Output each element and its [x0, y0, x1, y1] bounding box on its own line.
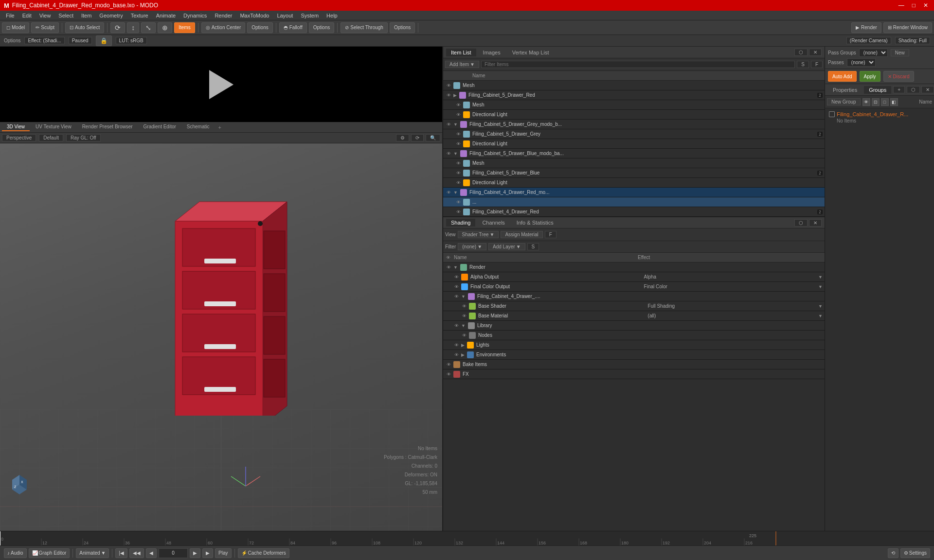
menu-render[interactable]: Render	[211, 11, 236, 20]
prev-keyframe-btn[interactable]: ◀	[146, 548, 157, 558]
color-dropdown[interactable]: ▼	[818, 284, 823, 289]
vis-btn-fc5-blue-light[interactable]: 👁	[455, 179, 462, 186]
vis-btn-fc5-red-light[interactable]: 👁	[455, 111, 462, 118]
vis-btn-fc4-group[interactable]: 👁	[453, 293, 460, 300]
groups-icon-4[interactable]: ◧	[890, 98, 898, 106]
vis-btn-env[interactable]: 👁	[453, 351, 460, 358]
cabinet-3d[interactable]	[151, 182, 297, 417]
discard-btn[interactable]: ✕ Discard	[883, 71, 914, 82]
vis-btn-fc4-red-mesh2[interactable]: 👁	[455, 209, 462, 215]
apply-btn[interactable]: Apply	[860, 71, 880, 82]
transform-btn-2[interactable]: ↕	[127, 22, 139, 33]
tab-vertex-map-list[interactable]: Vertex Map List	[507, 49, 554, 56]
item-row-fc5-blue[interactable]: 👁 ▼ Filing_Cabinet_5_Drawer_Blue_modo_ba…	[443, 149, 825, 158]
shade-row-alpha[interactable]: 👁 Alpha Output Alpha ▼	[443, 272, 825, 282]
groups-expand-btn[interactable]: ⬡	[907, 86, 920, 93]
perspective-btn[interactable]: Perspective	[2, 134, 36, 141]
expand-env[interactable]: ▶	[461, 352, 465, 357]
shading-f-btn[interactable]: F	[545, 231, 557, 238]
menu-dynamics[interactable]: Dynamics	[180, 11, 211, 20]
play-label-btn[interactable]: Play	[215, 548, 231, 558]
new-group-btn[interactable]: New Group	[827, 98, 861, 105]
expand-fc5-grey[interactable]: ▼	[453, 122, 458, 127]
model-btn[interactable]: ◻ Model	[2, 22, 29, 33]
play-btn[interactable]: ▶	[202, 548, 213, 558]
menu-item[interactable]: Item	[77, 11, 95, 20]
shading-s-btn[interactable]: S	[527, 243, 539, 250]
shade-row-render[interactable]: 👁 ▼ Render	[443, 262, 825, 272]
tab-channels[interactable]: Channels	[477, 219, 509, 227]
settings-btn[interactable]: ⚙ Settings	[900, 548, 930, 558]
timeline-ruler[interactable]: 0 12 24 36 48 60 72 84 96 108	[0, 531, 934, 545]
shade-row-library[interactable]: 👁 ▼ Library	[443, 321, 825, 331]
expand-fc4-red[interactable]: ▼	[453, 190, 458, 195]
shade-row-lights[interactable]: 👁 ▶ Lights	[443, 340, 825, 350]
add-tab-btn[interactable]: +	[216, 123, 224, 131]
vis-btn-bake[interactable]: 👁	[445, 361, 452, 368]
tab-3d-view[interactable]: 3D View	[2, 123, 30, 131]
vis-btn-fc5-grey-mesh[interactable]: 👁	[455, 131, 462, 138]
expand-lights[interactable]: ▶	[461, 343, 465, 348]
tab-shading[interactable]: Shading	[446, 219, 475, 227]
groups-icon-1[interactable]: 👁	[862, 98, 870, 106]
effect-value[interactable]: Effect: (Shadi...	[24, 37, 64, 44]
menu-geometry[interactable]: Geometry	[95, 11, 126, 20]
minimize-btn[interactable]: —	[897, 2, 906, 9]
groups-content[interactable]: Filing_Cabinet_4_Drawer_R... No Items	[825, 108, 934, 531]
item-row-fc5-grey-mesh[interactable]: 👁 Filing_Cabinet_5_Drawer_Grey 2	[443, 129, 825, 139]
vis-btn-fc5-blue-mesh2[interactable]: 👁	[455, 170, 462, 176]
menu-view[interactable]: View	[36, 11, 55, 20]
lut-value[interactable]: LUT: sRGB	[116, 37, 147, 44]
vis-btn-fc5-blue-mesh[interactable]: 👁	[455, 160, 462, 167]
select-through-btn[interactable]: ⊘ Select Through	[341, 22, 388, 33]
vis-btn-fc4-red[interactable]: 👁	[445, 189, 452, 196]
tab-item-list[interactable]: Item List	[446, 49, 476, 56]
groups-icon-2[interactable]: ⊡	[872, 98, 880, 106]
animated-btn[interactable]: Animated ▼	[76, 548, 109, 558]
transform-btn-1[interactable]: ⟳	[110, 22, 125, 33]
item-row-fc5-red-light[interactable]: 👁 Directional Light	[443, 110, 825, 120]
pass-groups-select[interactable]: (none)	[859, 49, 888, 57]
menu-file[interactable]: File	[2, 11, 18, 20]
tab-schematic[interactable]: Schematic	[182, 123, 215, 131]
expand-render[interactable]: ▼	[453, 265, 458, 270]
item-list-content[interactable]: 👁 Mesh 👁 ▶ Filing_Cabinet_5_Drawer_Red 2…	[443, 81, 825, 217]
shade-row-fx[interactable]: 👁 FX	[443, 369, 825, 379]
shader-tree-btn[interactable]: Shader Tree ▼	[458, 231, 499, 238]
options-btn-3[interactable]: Options	[390, 22, 415, 33]
vis-btn-fc5-red[interactable]: 👁	[445, 92, 452, 99]
frame-input[interactable]	[159, 548, 188, 558]
cache-deformers-btn[interactable]: ⚡ Cache Deformers	[238, 548, 289, 558]
shade-row-color[interactable]: 👁 Final Color Output Final Color ▼	[443, 282, 825, 292]
shading-expand-btn[interactable]: ⬡	[794, 219, 808, 227]
expand-fc4-group[interactable]: ▼	[461, 294, 466, 299]
lock-btn[interactable]: 🔒	[96, 35, 112, 46]
expand-fc5-red[interactable]: ▶	[453, 93, 457, 98]
new-pass-group-btn[interactable]: New	[891, 49, 909, 56]
vis-btn-fc5-grey[interactable]: 👁	[445, 121, 452, 128]
action-center-btn[interactable]: ◎ Action Center	[201, 22, 246, 33]
shading-close-btn[interactable]: ✕	[809, 219, 822, 227]
paused-value[interactable]: Paused	[69, 37, 92, 44]
tab-gradient-editor[interactable]: Gradient Editor	[139, 123, 181, 131]
falloff-btn[interactable]: ◓ Falloff	[279, 22, 307, 33]
vp-zoom-btn[interactable]: ⟳	[411, 134, 424, 141]
vis-btn-fx[interactable]: 👁	[445, 371, 452, 378]
expand-library[interactable]: ▼	[461, 323, 466, 328]
expand-fc5-blue[interactable]: ▼	[453, 151, 458, 156]
shade-row-base-material[interactable]: 👁 Base Material (all) ▼	[443, 311, 825, 321]
il-close-btn[interactable]: ✕	[809, 49, 822, 56]
loop-btn[interactable]: ⟲	[888, 548, 898, 558]
item-row-fc4-red[interactable]: 👁 ▼ Filing_Cabinet_4_Drawer_Red_mo...	[443, 188, 825, 197]
vp-search-btn[interactable]: 🔍	[426, 134, 440, 141]
menu-system[interactable]: System	[297, 11, 323, 20]
alpha-dropdown[interactable]: ▼	[818, 275, 823, 280]
groups-icon-3[interactable]: □	[881, 98, 889, 106]
il-col-s[interactable]: S	[797, 61, 809, 68]
vp-settings-btn[interactable]: ⚙	[396, 134, 409, 141]
item-row-fc5-red[interactable]: 👁 ▶ Filing_Cabinet_5_Drawer_Red 2	[443, 90, 825, 100]
next-keyframe-btn[interactable]: ▶	[190, 548, 200, 558]
vis-btn-mesh-top[interactable]: 👁	[445, 82, 452, 89]
shading-value[interactable]: Shading: Full	[895, 37, 930, 44]
graph-editor-btn[interactable]: 📈 Graph Editor	[29, 548, 70, 558]
